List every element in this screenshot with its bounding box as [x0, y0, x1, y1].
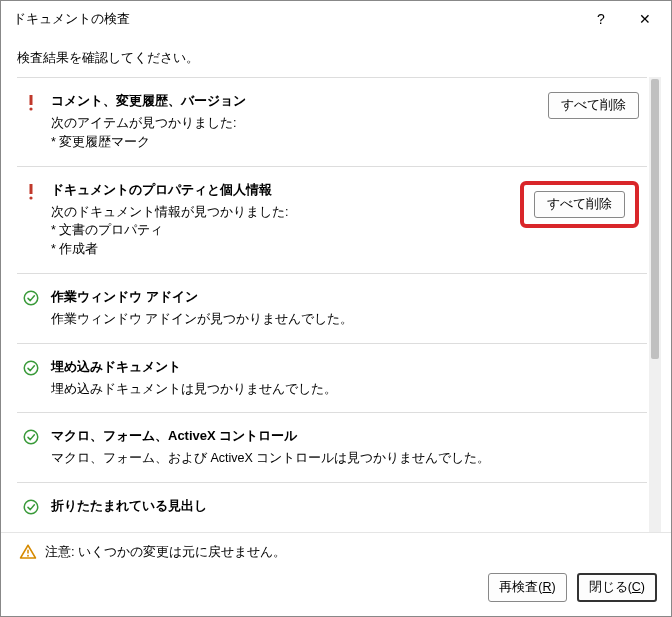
svg-point-4 [24, 291, 38, 305]
section-title: コメント、変更履歴、バージョン [51, 92, 538, 110]
remove-all-button[interactable]: すべて削除 [534, 191, 625, 218]
close-dialog-button[interactable]: 閉じる(C) [577, 573, 657, 602]
check-circle-icon [21, 427, 41, 468]
warning-triangle-icon [19, 543, 37, 561]
footer-buttons: 再検査(R) 閉じる(C) [15, 573, 657, 602]
result-section: ドキュメントのプロパティと個人情報次のドキュメント情報が見つかりました:* 文書… [17, 167, 647, 274]
close-icon: ✕ [639, 11, 651, 27]
reinspect-label: 再検査(R) [499, 580, 555, 594]
warning-row: 注意: いくつかの変更は元に戻せません。 [15, 543, 657, 561]
content-wrap: コメント、変更履歴、バージョン次のアイテムが見つかりました:* 変更履歴マークす… [17, 77, 661, 532]
exclamation-icon [21, 92, 41, 152]
remove-all-button[interactable]: すべて削除 [548, 92, 639, 119]
section-body: 折りたたまれている見出し [51, 497, 639, 519]
close-label: 閉じる(C) [589, 580, 645, 594]
section-title: ドキュメントのプロパティと個人情報 [51, 181, 510, 199]
dialog-title: ドキュメントの検査 [13, 10, 579, 28]
footer: 注意: いくつかの変更は元に戻せません。 再検査(R) 閉じる(C) [1, 532, 671, 616]
reinspect-button[interactable]: 再検査(R) [488, 573, 566, 602]
titlebar: ドキュメントの検査 ? ✕ [1, 1, 671, 37]
instruction-text: 検査結果を確認してください。 [1, 37, 671, 77]
result-section: コメント、変更履歴、バージョン次のアイテムが見つかりました:* 変更履歴マークす… [17, 78, 647, 167]
section-title: 埋め込みドキュメント [51, 358, 639, 376]
result-section: マクロ、フォーム、ActiveX コントロールマクロ、フォーム、および Acti… [17, 413, 647, 483]
section-title: 折りたたまれている見出し [51, 497, 639, 515]
help-button[interactable]: ? [579, 4, 623, 34]
svg-point-3 [29, 196, 32, 199]
scrollbar-thumb[interactable] [651, 79, 659, 359]
svg-point-7 [24, 500, 38, 514]
svg-point-1 [29, 107, 32, 110]
section-body: 埋め込みドキュメント埋め込みドキュメントは見つかりませんでした。 [51, 358, 639, 399]
result-section: 埋め込みドキュメント埋め込みドキュメントは見つかりませんでした。 [17, 344, 647, 414]
result-section: 折りたたまれている見出し [17, 483, 647, 532]
scrollbar[interactable] [649, 77, 661, 532]
section-description: マクロ、フォーム、および ActiveX コントロールは見つかりませんでした。 [51, 449, 639, 468]
help-icon: ? [597, 11, 605, 27]
section-body: マクロ、フォーム、ActiveX コントロールマクロ、フォーム、および Acti… [51, 427, 639, 468]
section-title: マクロ、フォーム、ActiveX コントロール [51, 427, 639, 445]
exclamation-icon [21, 181, 41, 259]
section-body: コメント、変更履歴、バージョン次のアイテムが見つかりました:* 変更履歴マーク [51, 92, 538, 152]
section-title: 作業ウィンドウ アドイン [51, 288, 639, 306]
section-action: すべて削除 [520, 181, 639, 259]
warning-text: 注意: いくつかの変更は元に戻せません。 [45, 543, 286, 561]
section-description: 作業ウィンドウ アドインが見つかりませんでした。 [51, 310, 639, 329]
check-circle-icon [21, 288, 41, 329]
section-action: すべて削除 [548, 92, 639, 152]
results-list: コメント、変更履歴、バージョン次のアイテムが見つかりました:* 変更履歴マークす… [17, 77, 647, 532]
dialog: ドキュメントの検査 ? ✕ 検査結果を確認してください。 コメント、変更履歴、バ… [0, 0, 672, 617]
check-circle-icon [21, 358, 41, 399]
section-description: 次のアイテムが見つかりました:* 変更履歴マーク [51, 114, 538, 152]
section-description: 次のドキュメント情報が見つかりました:* 文書のプロパティ* 作成者 [51, 203, 510, 259]
section-description: 埋め込みドキュメントは見つかりませんでした。 [51, 380, 639, 399]
svg-point-5 [24, 361, 38, 375]
result-section: 作業ウィンドウ アドイン作業ウィンドウ アドインが見つかりませんでした。 [17, 274, 647, 344]
section-body: ドキュメントのプロパティと個人情報次のドキュメント情報が見つかりました:* 文書… [51, 181, 510, 259]
highlight-box: すべて削除 [520, 181, 639, 228]
close-button[interactable]: ✕ [623, 4, 667, 34]
svg-point-6 [24, 431, 38, 445]
section-body: 作業ウィンドウ アドイン作業ウィンドウ アドインが見つかりませんでした。 [51, 288, 639, 329]
svg-point-9 [27, 555, 29, 557]
check-circle-icon [21, 497, 41, 519]
